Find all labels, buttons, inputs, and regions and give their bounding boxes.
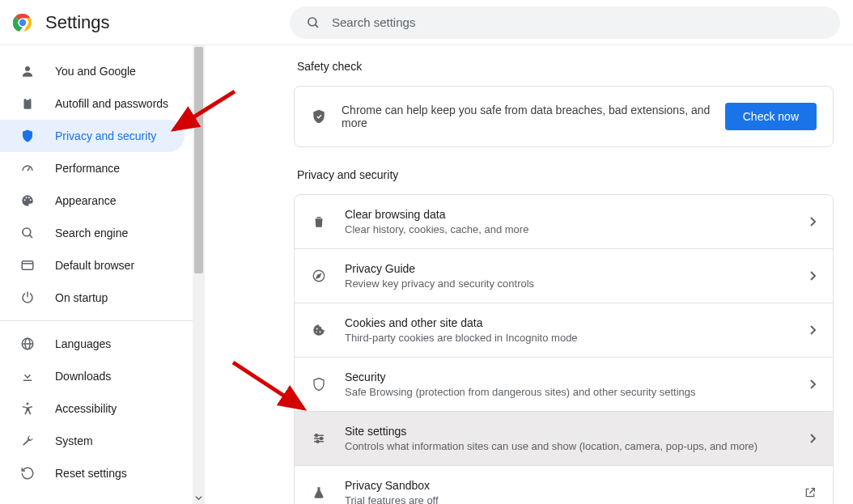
sidebar-scrollbar[interactable] bbox=[193, 45, 205, 504]
svg-point-5 bbox=[25, 66, 30, 71]
svg-point-22 bbox=[27, 403, 29, 405]
svg-rect-21 bbox=[23, 380, 32, 382]
svg-line-14 bbox=[29, 235, 32, 238]
sidebar-item-label: Search engine bbox=[55, 227, 128, 239]
safety-check-header: Safety check bbox=[297, 60, 834, 73]
sidebar-item-downloads[interactable]: Downloads bbox=[0, 360, 185, 392]
sidebar-item-label: Autofill and passwords bbox=[55, 97, 168, 110]
trash-icon bbox=[311, 214, 327, 230]
chevron-right-icon bbox=[810, 271, 817, 281]
brand: Settings bbox=[13, 12, 110, 33]
row-privacy-guide[interactable]: Privacy Guide Review key privacy and sec… bbox=[295, 248, 833, 303]
svg-point-30 bbox=[316, 434, 318, 437]
svg-line-8 bbox=[28, 167, 30, 172]
row-title: Cookies and other site data bbox=[345, 316, 792, 329]
row-security[interactable]: Security Safe Browsing (protection from … bbox=[295, 357, 833, 411]
palette-icon bbox=[19, 193, 36, 209]
sidebar-item-reset[interactable]: Reset settings bbox=[0, 457, 185, 489]
svg-point-2 bbox=[19, 19, 26, 25]
row-cookies[interactable]: Cookies and other site data Third-party … bbox=[295, 303, 833, 357]
svg-point-9 bbox=[24, 199, 26, 201]
row-title: Privacy Guide bbox=[345, 262, 792, 275]
svg-line-4 bbox=[315, 24, 318, 28]
row-desc: Review key privacy and security controls bbox=[345, 277, 792, 290]
row-desc: Controls what information sites can use … bbox=[345, 440, 792, 452]
sidebar-item-search-engine[interactable]: Search engine bbox=[0, 217, 185, 249]
shield-icon bbox=[19, 128, 36, 144]
row-desc: Clear history, cookies, cache, and more bbox=[345, 223, 792, 235]
svg-rect-7 bbox=[26, 98, 30, 100]
sidebar-item-label: Default browser bbox=[55, 259, 134, 272]
sidebar-item-privacy[interactable]: Privacy and security bbox=[0, 120, 185, 152]
sidebar-item-label: System bbox=[55, 434, 93, 447]
sidebar-item-label: Languages bbox=[55, 337, 111, 350]
flask-icon bbox=[311, 485, 327, 501]
compass-icon bbox=[311, 268, 327, 284]
row-clear-browsing-data[interactable]: Clear browsing data Clear history, cooki… bbox=[295, 195, 833, 248]
sidebar-nav: You and Google Autofill and passwords Pr… bbox=[0, 45, 193, 504]
sidebar-item-label: Reset settings bbox=[55, 467, 127, 480]
top-bar: Settings bbox=[0, 0, 853, 45]
scrollbar-down-arrow-icon[interactable] bbox=[194, 493, 203, 502]
chrome-logo-icon bbox=[13, 13, 32, 32]
sidebar-item-performance[interactable]: Performance bbox=[0, 152, 185, 184]
sidebar-item-system[interactable]: System bbox=[0, 425, 185, 457]
svg-rect-6 bbox=[24, 99, 32, 109]
globe-icon bbox=[19, 336, 36, 352]
main-content: Safety check Chrome can help keep you sa… bbox=[205, 45, 853, 504]
sidebar-item-default-browser[interactable]: Default browser bbox=[0, 249, 185, 282]
row-desc: Safe Browsing (protection from dangerous… bbox=[345, 386, 792, 398]
tune-icon bbox=[311, 430, 327, 447]
privacy-security-header: Privacy and security bbox=[297, 168, 834, 181]
svg-point-26 bbox=[316, 332, 317, 333]
svg-point-31 bbox=[320, 438, 323, 440]
search-icon bbox=[306, 15, 320, 30]
cookie-icon bbox=[311, 322, 327, 338]
power-icon bbox=[19, 290, 36, 306]
restore-icon bbox=[19, 465, 36, 481]
search-icon bbox=[19, 225, 36, 241]
scrollbar-thumb[interactable] bbox=[194, 47, 203, 273]
sidebar-item-label: Appearance bbox=[55, 194, 117, 207]
clipboard-icon bbox=[19, 95, 36, 112]
download-icon bbox=[19, 368, 36, 384]
sidebar-item-you-and-google[interactable]: You and Google bbox=[0, 55, 185, 87]
svg-point-32 bbox=[316, 440, 319, 443]
svg-point-12 bbox=[30, 199, 32, 201]
page-title: Settings bbox=[45, 12, 110, 33]
chevron-right-icon bbox=[810, 434, 817, 443]
shield-outline-icon bbox=[311, 376, 327, 392]
svg-point-10 bbox=[26, 197, 28, 198]
shield-check-icon bbox=[311, 108, 327, 125]
search-bar[interactable] bbox=[290, 6, 840, 39]
search-input[interactable] bbox=[332, 15, 824, 29]
sidebar-item-label: Privacy and security bbox=[55, 129, 156, 142]
sidebar-item-accessibility[interactable]: Accessibility bbox=[0, 392, 185, 425]
check-now-button[interactable]: Check now bbox=[725, 103, 817, 130]
row-title: Security bbox=[345, 371, 792, 383]
svg-point-13 bbox=[23, 228, 31, 236]
row-desc: Trial features are off bbox=[345, 494, 786, 504]
privacy-list-card: Clear browsing data Clear history, cooki… bbox=[294, 194, 834, 504]
sidebar-item-on-startup[interactable]: On startup bbox=[0, 282, 185, 314]
sidebar-item-label: On startup bbox=[55, 291, 108, 304]
sidebar-item-autofill[interactable]: Autofill and passwords bbox=[0, 87, 185, 120]
row-privacy-sandbox[interactable]: Privacy Sandbox Trial features are off bbox=[295, 465, 833, 504]
svg-point-24 bbox=[316, 328, 318, 330]
sidebar-item-appearance[interactable]: Appearance bbox=[0, 184, 185, 217]
chevron-right-icon bbox=[810, 325, 817, 335]
open-in-new-icon bbox=[804, 486, 817, 499]
person-icon bbox=[19, 63, 36, 79]
chevron-right-icon bbox=[810, 379, 817, 389]
speedometer-icon bbox=[19, 160, 36, 176]
accessibility-icon bbox=[19, 400, 36, 417]
svg-point-3 bbox=[308, 18, 316, 26]
row-site-settings[interactable]: Site settings Controls what information … bbox=[295, 411, 833, 465]
safety-check-card: Chrome can help keep you safe from data … bbox=[294, 86, 834, 147]
row-title: Privacy Sandbox bbox=[345, 479, 786, 492]
sidebar-divider bbox=[0, 320, 193, 321]
browser-icon bbox=[19, 257, 36, 273]
sidebar-item-label: Downloads bbox=[55, 370, 111, 383]
svg-point-11 bbox=[28, 197, 30, 198]
sidebar-item-languages[interactable]: Languages bbox=[0, 328, 185, 360]
